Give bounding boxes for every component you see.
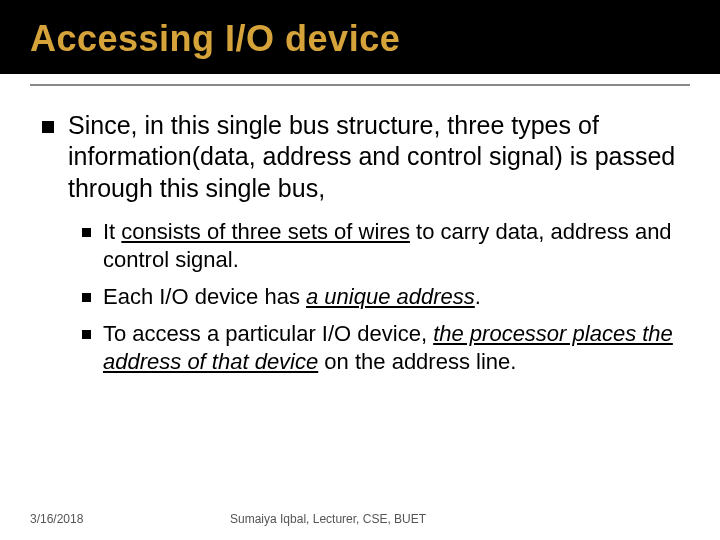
square-bullet-icon — [82, 293, 91, 302]
sub-item-2: Each I/O device has a unique address. — [82, 283, 678, 312]
footer-author: Sumaiya Iqbal, Lecturer, CSE, BUET — [150, 512, 690, 526]
slide: Accessing I/O device Since, in this sing… — [0, 0, 720, 540]
footer: 3/16/2018 Sumaiya Iqbal, Lecturer, CSE, … — [0, 512, 720, 526]
main-text: Since, in this single bus structure, thr… — [68, 110, 678, 204]
sub-text-1: It consists of three sets of wires to ca… — [103, 218, 678, 275]
main-bullet-item: Since, in this single bus structure, thr… — [42, 110, 678, 204]
sub-item-1: It consists of three sets of wires to ca… — [82, 218, 678, 275]
sub-text-3: To access a particular I/O device, the p… — [103, 320, 678, 377]
sub-item-3: To access a particular I/O device, the p… — [82, 320, 678, 377]
text-fragment: . — [475, 284, 481, 309]
text-fragment: To access a particular I/O device, — [103, 321, 433, 346]
sub-list: It consists of three sets of wires to ca… — [42, 218, 678, 377]
underlined-italic-text: a unique address — [306, 284, 475, 309]
sub-text-2: Each I/O device has a unique address. — [103, 283, 481, 312]
text-fragment: Each I/O device has — [103, 284, 306, 309]
slide-title: Accessing I/O device — [30, 18, 690, 60]
text-fragment: on the address line. — [318, 349, 516, 374]
underlined-text: consists of three sets of wires — [121, 219, 410, 244]
title-bar: Accessing I/O device — [0, 0, 720, 74]
square-bullet-icon — [82, 228, 91, 237]
square-bullet-icon — [82, 330, 91, 339]
content-area: Since, in this single bus structure, thr… — [0, 86, 720, 540]
footer-date: 3/16/2018 — [30, 512, 150, 526]
square-bullet-icon — [42, 121, 54, 133]
text-fragment: It — [103, 219, 121, 244]
